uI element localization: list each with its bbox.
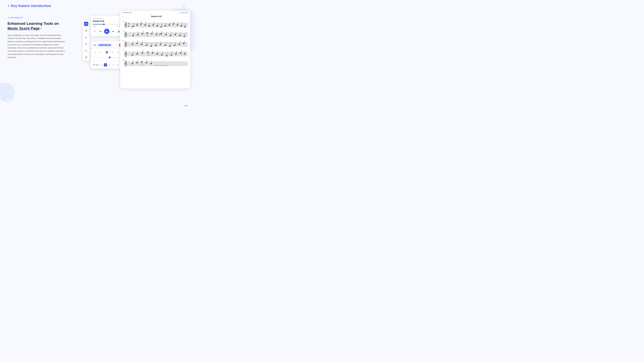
svg-point-69 bbox=[159, 34, 160, 35]
battery-icon: ■ bbox=[184, 12, 184, 13]
svg-rect-150 bbox=[85, 23, 86, 24]
wave-bar bbox=[100, 43, 101, 46]
player-progress-fill bbox=[93, 24, 104, 24]
forward-button[interactable]: ⏭ bbox=[111, 29, 115, 33]
svg-point-67 bbox=[184, 36, 185, 37]
toolbar-tuner-button[interactable] bbox=[84, 35, 88, 39]
replay-button[interactable]: ↺ bbox=[93, 29, 96, 33]
svg-point-83 bbox=[146, 45, 147, 46]
svg-point-30 bbox=[172, 23, 174, 25]
wifi-icon: ▲▲▲ bbox=[180, 12, 183, 13]
scale-mark-0: 0 bbox=[106, 61, 107, 62]
more-options-button[interactable]: ··· bbox=[186, 15, 188, 18]
svg-point-53 bbox=[151, 33, 152, 34]
staff-3: 14 𝄞 bbox=[122, 39, 188, 48]
wave-bar bbox=[100, 44, 100, 46]
toolbar-metronome-button[interactable] bbox=[84, 42, 88, 46]
back-button[interactable]: ← bbox=[122, 15, 125, 18]
svg-point-130 bbox=[184, 53, 185, 54]
wave-bar bbox=[111, 44, 111, 46]
tuner-note-d-active: D bbox=[106, 50, 108, 54]
svg-point-16 bbox=[144, 24, 146, 26]
svg-rect-153 bbox=[87, 23, 87, 25]
wave-bar bbox=[110, 44, 110, 46]
tuner-scale-marks: -20 -10 0 +10 +20 bbox=[93, 61, 121, 62]
recording-waveform bbox=[98, 43, 118, 47]
player-title: Canon in D bbox=[93, 20, 121, 22]
svg-point-55 bbox=[156, 34, 157, 35]
svg-point-91 bbox=[164, 45, 166, 46]
svg-point-10 bbox=[132, 26, 134, 27]
toolbar-history-button[interactable] bbox=[84, 48, 88, 53]
wave-bar bbox=[106, 44, 106, 46]
svg-point-112 bbox=[142, 52, 143, 54]
svg-point-99 bbox=[183, 43, 184, 44]
scale-mark-neg10: -10 bbox=[100, 61, 101, 62]
rewind-button[interactable]: ⏮ bbox=[98, 29, 102, 33]
player-times: 00:00 02:07 bbox=[93, 26, 121, 27]
wave-bar bbox=[105, 44, 106, 46]
svg-point-87 bbox=[155, 45, 156, 46]
svg-point-61 bbox=[170, 35, 171, 36]
play-button[interactable]: ▶ bbox=[104, 29, 110, 34]
svg-text:17: 17 bbox=[122, 49, 124, 51]
tuner-scale bbox=[93, 56, 121, 59]
toolbar-notes-button[interactable] bbox=[84, 55, 88, 59]
toolbar-waveform-button[interactable] bbox=[84, 22, 88, 26]
tuner-note-csharp: C♯ bbox=[100, 51, 102, 53]
tuner-indicator bbox=[109, 56, 110, 58]
staff-5: 19 𝄞 bbox=[122, 59, 188, 68]
page-number: 6/10 bbox=[184, 105, 188, 107]
tuner-key-a[interactable]: A bbox=[100, 63, 103, 66]
svg-point-108 bbox=[132, 54, 133, 55]
tuner-note-e: E bbox=[118, 51, 119, 53]
svg-rect-155 bbox=[86, 30, 86, 31]
wave-bar bbox=[102, 44, 102, 46]
score-panel: 9:41 Mon Jun 6 ▲▲▲ ■ 100% ← Canon in D ·… bbox=[120, 11, 190, 88]
svg-point-85 bbox=[150, 46, 152, 47]
svg-rect-151 bbox=[86, 23, 86, 25]
svg-point-89 bbox=[160, 44, 161, 45]
tuner-key-g[interactable]: G bbox=[116, 63, 119, 66]
tuner-key-e[interactable]: E bbox=[112, 63, 115, 66]
svg-point-77 bbox=[132, 44, 133, 45]
svg-text:11: 11 bbox=[122, 20, 124, 22]
wave-bar bbox=[107, 44, 108, 46]
svg-point-24 bbox=[160, 26, 162, 27]
staff-1: 11 𝄞 4 4 mf bbox=[122, 20, 188, 29]
page-title: Key feature introduction bbox=[11, 4, 51, 8]
recording-time: 1:22 bbox=[93, 44, 96, 46]
svg-point-143 bbox=[141, 61, 142, 62]
tuner-start-button[interactable]: 🎤 Start bbox=[93, 64, 99, 66]
svg-point-26 bbox=[164, 25, 166, 26]
badge-text: Key feature #3 bbox=[10, 16, 23, 19]
player-progress-handle[interactable] bbox=[103, 23, 105, 25]
tuner-note-c: C bbox=[95, 51, 96, 53]
svg-text:12: 12 bbox=[122, 30, 124, 32]
svg-point-95 bbox=[174, 45, 175, 46]
svg-point-59 bbox=[165, 34, 166, 35]
wave-bar bbox=[107, 43, 107, 46]
svg-point-20 bbox=[152, 24, 154, 26]
wave-bar bbox=[104, 44, 104, 46]
wave-bar bbox=[103, 44, 104, 46]
microphone-icon: 🎤 bbox=[93, 64, 95, 66]
player-progress-bar[interactable] bbox=[93, 24, 121, 24]
player-controls: ↺ ⏮ ▶ ⏭ 🔊 bbox=[93, 29, 121, 34]
svg-point-118 bbox=[156, 53, 158, 54]
tuner-scale-bar bbox=[93, 57, 121, 57]
tuner-key-buttons: A C D E G bbox=[100, 63, 119, 66]
score-title: Canon in D bbox=[127, 15, 186, 17]
svg-point-110 bbox=[136, 53, 138, 54]
wave-bar bbox=[108, 44, 108, 46]
svg-point-116 bbox=[152, 52, 153, 54]
tuner-key-d[interactable]: D bbox=[108, 63, 111, 66]
svg-point-65 bbox=[179, 35, 180, 36]
svg-rect-152 bbox=[86, 23, 86, 24]
svg-point-145 bbox=[146, 62, 147, 63]
svg-point-47 bbox=[137, 34, 138, 35]
tuner-note-dsharp: D♯ bbox=[112, 51, 114, 53]
svg-point-32 bbox=[176, 24, 178, 26]
tuner-key-c[interactable]: C bbox=[104, 63, 107, 66]
toolbar-microphone-button[interactable] bbox=[84, 28, 88, 33]
